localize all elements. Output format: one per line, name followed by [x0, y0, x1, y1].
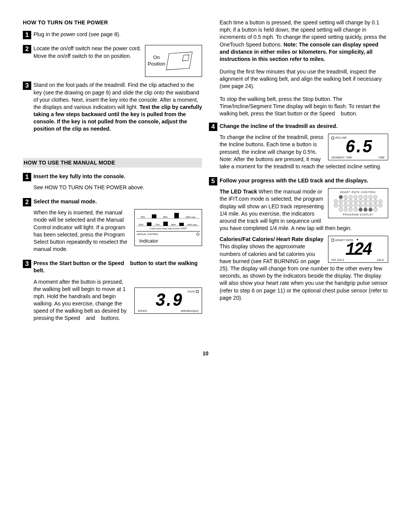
manual-step-3: 3 Press the Start button or the Speed bu… — [23, 260, 202, 326]
step-title: Select the manual mode. — [33, 198, 202, 205]
step-number-icon: 3 — [23, 260, 31, 268]
heading-power: HOW TO TURN ON THE POWER — [23, 19, 202, 26]
step-number-icon: 2 — [23, 45, 31, 53]
right-step-4: 4 Change the incline of the treadmill as… — [209, 123, 388, 174]
heading-manual-mode: HOW TO USE THE MANUAL MODE — [23, 158, 202, 168]
power-step-1: 1 Plug in the power cord (see page 8). — [23, 31, 202, 42]
figure-manual-control: 75% 85% 50% max. 67% 77% 80% 50% max. 2 … — [134, 209, 202, 246]
right-column: Each time a button is pressed, the speed… — [209, 19, 388, 329]
manual-step-1: 1 Insert the key fully into the console.… — [23, 173, 202, 195]
power-step-2: 2 OnPosition Locate the on/off switch ne… — [23, 45, 202, 78]
page-number: 10 — [23, 350, 388, 357]
power-step-3: 3 Stand on the foot pads of the treadmil… — [23, 81, 202, 136]
switch-icon — [166, 52, 193, 70]
display-value: 3.9 — [137, 293, 199, 310]
step-text: Stand on the foot pads of the treadmill.… — [33, 81, 202, 133]
manual-step-2: 2 Select the manual mode. 75% 85% 50% ma… — [23, 198, 202, 257]
step-text: Plug in the power cord (see page 8). — [33, 31, 202, 38]
step-number-icon: 5 — [209, 177, 217, 185]
body-text: During the first few minutes that you us… — [220, 68, 388, 90]
figure-incline-display: INCLINE 6.5 SEGMENT TIMETIME — [328, 134, 388, 160]
step-number-icon: 3 — [23, 81, 31, 90]
led-track-icon — [331, 195, 386, 212]
left-column: HOW TO TURN ON THE POWER 1 Plug in the p… — [23, 19, 202, 329]
step-title: Insert the key fully into the console. — [33, 173, 202, 180]
figure-heart-rate-display: HEART RATE ♥ 124 FAT CALS.CALS. — [328, 236, 388, 263]
figure-caption: Indicator — [136, 237, 200, 244]
display-value: 6.5 — [331, 139, 386, 156]
page-columns: HOW TO TURN ON THE POWER 1 Plug in the p… — [23, 19, 388, 329]
step-number-icon: 2 — [23, 198, 31, 206]
figure-label: OnPosition — [148, 54, 165, 67]
body-text: To stop the walking belt, press the Stop… — [220, 96, 388, 118]
figure-speed-display: Km/H 3.9 SPEEDMIN/MILE(km) — [134, 288, 202, 314]
step-number-icon: 1 — [23, 31, 31, 39]
figure-on-switch: OnPosition — [145, 45, 202, 77]
step-number-icon: 1 — [23, 173, 31, 181]
display-value: 124 — [331, 242, 386, 259]
led-indicator-icon — [196, 233, 199, 236]
step-title: Follow your progress with the LED track … — [220, 177, 388, 184]
right-step-5: 5 Follow your progress with the LED trac… — [209, 177, 388, 305]
continuation-text: Each time a button is pressed, the speed… — [220, 19, 388, 63]
step-text: See HOW TO TURN ON THE POWER above. — [33, 184, 202, 191]
figure-led-track: HEART RATE CONTROL PROGRAM DISPLAY — [328, 188, 388, 218]
step-title: Press the Start button or the Speed butt… — [33, 260, 202, 274]
step-number-icon: 4 — [209, 123, 217, 131]
step-title: Change the incline of the treadmill as d… — [220, 123, 388, 130]
